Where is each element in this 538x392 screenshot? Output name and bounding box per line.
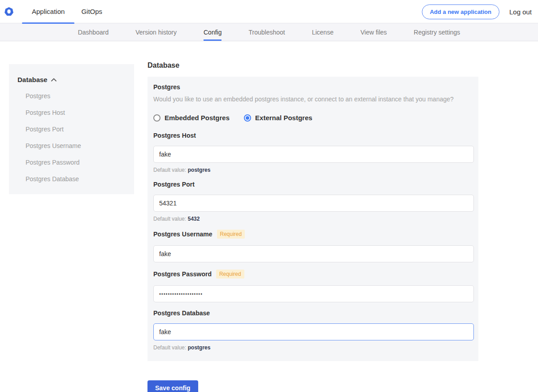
field-postgres-port: Postgres Port Default value: 5432 [153,181,473,222]
field-postgres-username: Postgres Username Required [153,230,473,262]
topnav-right: Add a new application Log out [422,0,532,23]
app-logo-icon[interactable] [4,7,14,17]
radio-embedded-postgres[interactable]: Embedded Postgres [153,114,230,122]
sidebar-item-postgres-password[interactable]: Postgres Password [15,159,128,166]
active-tab-underline [22,22,74,24]
sidebar-item-postgres-database[interactable]: Postgres Database [15,175,128,183]
field-label: Postgres Password [153,270,212,278]
tab-application[interactable]: Application [31,0,65,23]
radio-unchecked-icon [153,114,161,122]
default-value-helper: Default value: postgres [153,344,473,351]
subnav-tab-registry-settings[interactable]: Registry settings [414,23,460,41]
chevron-up-icon [51,78,56,82]
radio-checked-icon [244,114,251,122]
postgres-port-input[interactable] [153,195,474,212]
field-postgres-host: Postgres Host Default value: postgres [153,132,473,173]
sidebar-item-postgres-host[interactable]: Postgres Host [15,109,128,116]
default-value-helper: Default value: postgres [153,167,473,173]
tab-gitops-label: GitOps [81,8,102,15]
sidebar-group-label: Database [17,76,48,83]
logout-link[interactable]: Log out [509,8,532,16]
add-new-application-button[interactable]: Add a new application [422,4,499,19]
field-postgres-database: Postgres Database Default value: postgre… [153,309,473,351]
required-badge: Required [216,270,244,279]
postgres-group-label: Postgres [153,83,473,91]
sidebar-items: Postgres Postgres Host Postgres Port Pos… [15,92,128,183]
top-navbar: Application GitOps Add a new application… [0,0,538,23]
subnav-tab-dashboard[interactable]: Dashboard [78,23,109,41]
postgres-database-input[interactable] [153,323,474,340]
subnav-tab-license[interactable]: License [312,23,334,41]
postgres-group-description: Would you like to use an embedded postgr… [153,96,473,103]
sidebar-item-postgres-username[interactable]: Postgres Username [15,142,128,149]
default-value-helper: Default value: 5432 [153,216,473,222]
save-config-button[interactable]: Save config [148,380,198,392]
sidebar-group-database[interactable]: Database [15,76,128,83]
config-page: Database Postgres Postgres Host Postgres… [0,41,538,392]
database-config-panel: Postgres Would you like to use an embedd… [148,77,478,361]
kots-logo-icon [4,7,14,17]
config-main: Database Postgres Would you like to use … [148,61,478,392]
app-subnav: Dashboard Version history Config Trouble… [0,23,538,41]
subnav-tab-version-history[interactable]: Version history [135,23,177,41]
subnav-tab-config[interactable]: Config [204,23,221,41]
field-label: Postgres Username [153,231,213,238]
sidebar-item-postgres-port[interactable]: Postgres Port [15,126,128,133]
field-postgres-password: Postgres Password Required [153,270,473,302]
field-label: Postgres Database [153,309,210,317]
page-title: Database [148,61,478,70]
config-sidebar: Database Postgres Postgres Host Postgres… [9,64,134,194]
required-badge: Required [217,230,245,239]
postgres-password-input[interactable] [153,285,474,302]
field-label: Postgres Host [153,132,196,139]
radio-external-postgres[interactable]: External Postgres [244,114,312,122]
postgres-username-input[interactable] [153,245,474,262]
primary-tabs: Application GitOps [31,0,118,23]
field-label: Postgres Port [153,181,195,188]
postgres-host-input[interactable] [153,146,474,163]
tab-application-label: Application [32,8,65,15]
sidebar-item-postgres[interactable]: Postgres [15,92,128,100]
postgres-mode-radio-group: Embedded Postgres External Postgres [153,114,473,122]
subnav-tab-view-files[interactable]: View files [360,23,387,41]
tab-gitops[interactable]: GitOps [80,0,103,23]
subnav-tab-troubleshoot[interactable]: Troubleshoot [248,23,285,41]
